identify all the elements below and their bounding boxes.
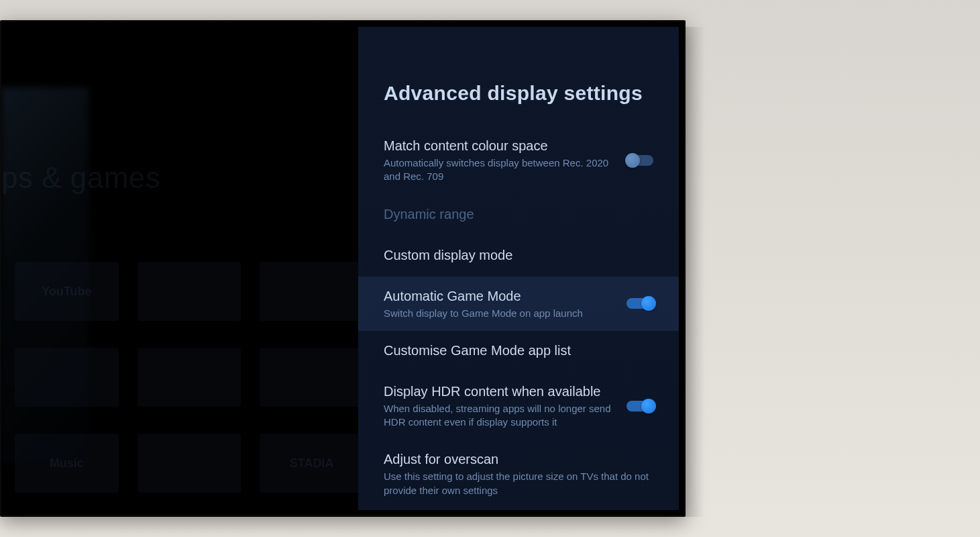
setting-desc: Use this setting to adjust the picture s…	[384, 470, 653, 497]
setting-label: Adjust for overscan	[384, 450, 653, 469]
setting-label: Dynamic range	[384, 205, 653, 224]
setting-customise-game-mode-app-list[interactable]: Customise Game Mode app list	[358, 331, 679, 372]
app-tile	[15, 348, 119, 407]
app-tile	[138, 348, 241, 407]
app-tile	[260, 348, 364, 407]
setting-label: Match content colour space	[384, 137, 613, 155]
panel-title: Advanced display settings	[358, 27, 679, 126]
tv-frame: ps & games YouTube Music STADIA Advanced…	[0, 20, 686, 517]
setting-label: Display HDR content when available	[384, 383, 613, 401]
setting-label: Customise Game Mode app list	[384, 342, 653, 360]
setting-custom-display-mode[interactable]: Custom display mode	[358, 236, 679, 277]
app-tile: STADIA	[260, 434, 364, 493]
app-tile	[260, 262, 364, 321]
app-tile: Music	[15, 434, 119, 493]
setting-adjust-overscan[interactable]: Adjust for overscan Use this setting to …	[358, 440, 679, 508]
toggle-display-hdr[interactable]	[627, 401, 653, 411]
settings-panel: Advanced display settings Match content …	[358, 27, 679, 510]
setting-label: Automatic Game Mode	[384, 287, 613, 305]
app-tile	[138, 262, 241, 321]
app-tile: YouTube	[15, 262, 119, 321]
setting-match-colour-space[interactable]: Match content colour space Automatically…	[358, 126, 679, 195]
wall-shadow	[684, 27, 704, 517]
background-app-tiles: YouTube Music STADIA	[15, 262, 364, 510]
setting-display-hdr[interactable]: Display HDR content when available When …	[358, 372, 679, 440]
tv-screen: ps & games YouTube Music STADIA Advanced…	[1, 27, 679, 510]
toggle-match-colour-space[interactable]	[627, 155, 653, 166]
setting-desc: Switch display to Game Mode on app launc…	[384, 307, 613, 320]
setting-desc: When disabled, streaming apps will no lo…	[384, 402, 613, 430]
toggle-automatic-game-mode[interactable]	[627, 298, 653, 309]
background-section-title: ps & games	[1, 161, 160, 195]
setting-automatic-game-mode[interactable]: Automatic Game Mode Switch display to Ga…	[358, 277, 679, 331]
setting-desc: Automatically switches display between R…	[384, 156, 613, 184]
setting-label: Custom display mode	[384, 246, 653, 264]
app-tile	[138, 434, 241, 493]
setting-dynamic-range[interactable]: Dynamic range	[358, 195, 679, 236]
